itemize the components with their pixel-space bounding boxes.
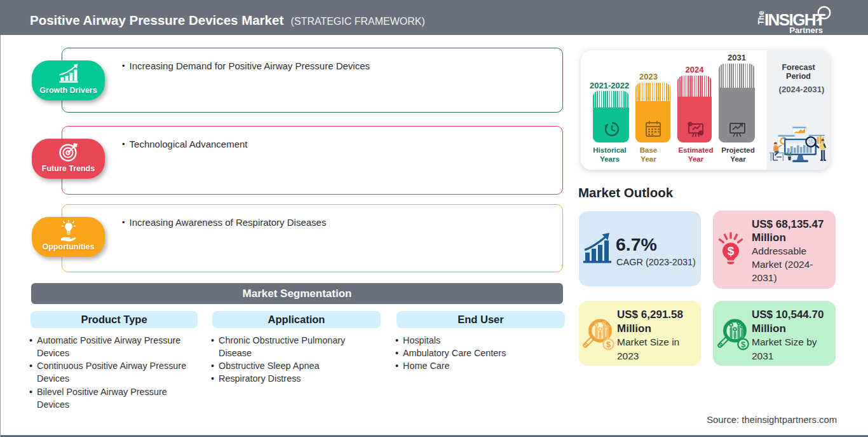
svg-text:Partners: Partners	[789, 25, 823, 35]
svg-text:$: $	[741, 340, 746, 349]
svg-text:$: $	[606, 340, 611, 349]
svg-text:$: $	[728, 244, 735, 258]
